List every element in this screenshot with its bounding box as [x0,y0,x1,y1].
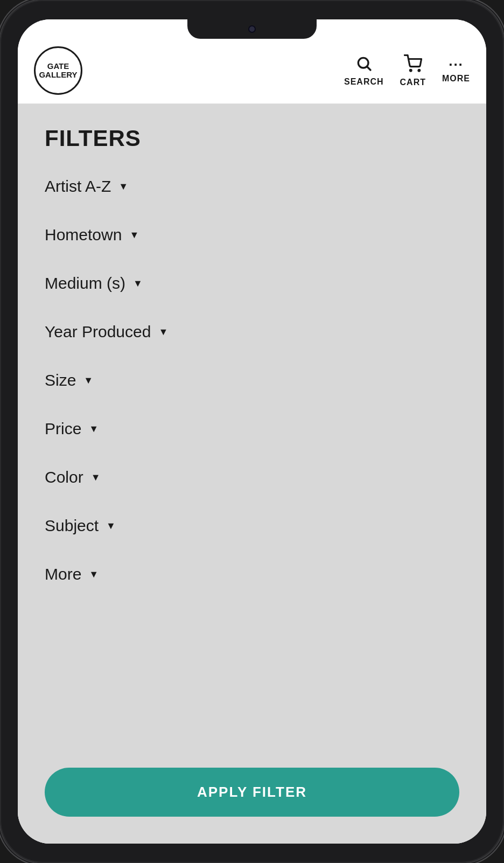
notch [187,19,317,39]
chevron-down-icon: ▼ [106,520,116,532]
search-label: SEARCH [344,77,384,87]
chevron-down-icon: ▼ [158,326,168,338]
filter-year-produced-label: Year Produced [45,323,151,341]
cart-label: CART [400,78,426,87]
filter-color[interactable]: Color ▼ [18,453,486,502]
logo-text: GATE GALLERY [39,62,77,80]
nav-search[interactable]: SEARCH [344,55,384,87]
filter-hometown-label: Hometown [45,226,122,244]
cart-icon [404,54,422,75]
filter-subject-label: Subject [45,517,99,535]
chevron-down-icon: ▼ [118,181,128,192]
filter-color-label: Color [45,468,83,486]
filter-medium[interactable]: Medium (s) ▼ [18,259,486,308]
filter-artist-az-label: Artist A-Z [45,177,111,196]
chevron-down-icon: ▼ [129,229,139,241]
svg-line-1 [367,67,370,70]
filter-more-label: More [45,565,81,583]
filter-more[interactable]: More ▼ [18,550,486,598]
chevron-down-icon: ▼ [89,569,99,580]
more-label: MORE [442,74,470,83]
filter-price-label: Price [45,420,81,438]
apply-filter-button[interactable]: APPLY FILTER [45,768,459,817]
chevron-down-icon: ▼ [133,278,143,289]
chevron-down-icon: ▼ [91,472,101,483]
search-icon [355,55,373,75]
svg-point-2 [410,69,411,71]
nav-bar: SEARCH CART ··· MORE [344,54,470,87]
svg-point-3 [418,69,420,71]
screen: GATE GALLERY SEARCH [18,19,486,844]
filter-size[interactable]: Size ▼ [18,356,486,405]
chevron-down-icon: ▼ [89,423,99,435]
filter-panel: FILTERS Artist A-Z ▼ Hometown ▼ Medium (… [18,104,486,844]
more-dots-icon: ··· [449,58,464,72]
filter-subject[interactable]: Subject ▼ [18,502,486,550]
chevron-down-icon: ▼ [83,375,93,386]
phone-frame: GATE GALLERY SEARCH [0,0,504,863]
filter-price[interactable]: Price ▼ [18,405,486,453]
camera-lens [248,25,256,33]
filter-artist-az[interactable]: Artist A-Z ▼ [18,162,486,211]
filter-year-produced[interactable]: Year Produced ▼ [18,308,486,356]
filter-size-label: Size [45,371,76,389]
main-content: FILTERS Artist A-Z ▼ Hometown ▼ Medium (… [18,104,486,844]
nav-more[interactable]: ··· MORE [442,58,470,83]
filters-title: FILTERS [18,104,486,162]
logo[interactable]: GATE GALLERY [34,46,82,95]
apply-button-container: APPLY FILTER [18,751,486,844]
filter-medium-label: Medium (s) [45,274,125,293]
filter-hometown[interactable]: Hometown ▼ [18,211,486,259]
nav-cart[interactable]: CART [400,54,426,87]
